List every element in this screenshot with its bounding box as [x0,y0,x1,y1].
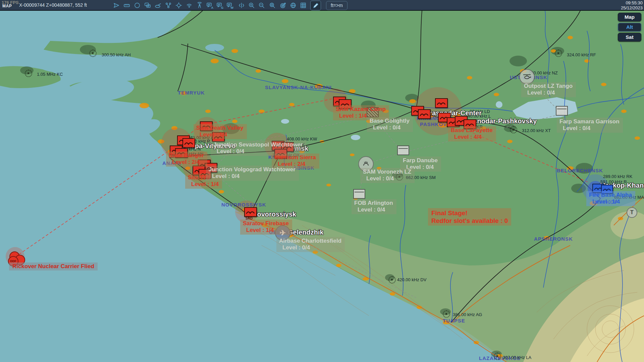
view-button-sat[interactable]: Sat [618,33,641,42]
red-ground-unit-icon[interactable] [182,138,195,148]
neutral-tmark-icon[interactable]: T [627,207,637,218]
base-level: Level : 0/4 [354,206,393,213]
base-label[interactable]: Farp Samara GarrisonLevel : 0/4 [557,118,623,133]
base-name: Airbase Charlottesfield [279,238,341,244]
radio-tower-icon[interactable] [196,1,204,9]
t-marker-glyph: T [627,207,637,218]
beacon-icon [388,276,396,284]
city-label: NOVOROSSIYSK [221,202,266,207]
beacon-frequency-label: 307.00 kHz LA [503,355,531,360]
airfield-label[interactable]: Krasnodar-Center [425,109,482,117]
base-name: Fire Base Alpha [589,192,632,198]
top-toolbar: 176 FPS MAP X-00009744 Z+00480887, 552 f… [0,0,644,11]
mission-date: 25/12/2023 [621,5,643,10]
base-level: Level : 1/4 [589,198,632,205]
network-icon[interactable] [164,1,172,9]
base-label[interactable]: Saratov FirebaseLevel : 1/4 [240,220,292,235]
map-canvas[interactable]: TEMRYUKSLAVYANSK-NA-KUBANIANAPAKRYMSKABI… [0,11,644,362]
mission-clock: 09:55:30 25/12/2023 [621,0,643,10]
base-name: Sam Death Valley [196,125,244,131]
beacon-icon [510,126,517,133]
base-label[interactable]: SAM Voronezh LZLevel : 0/4 [360,168,415,183]
red-ground-unit-icon[interactable] [435,98,448,108]
notice-line1: Final Stage! [431,209,468,217]
base-label[interactable]: Junction Volgograd WatchtowerLevel : 0/4 [206,166,299,181]
airfield-label[interactable]: Gelendzhik [288,229,324,236]
base-name: Farp Samara Garrison [559,118,620,125]
map-mode-label: MAP [2,4,12,8]
base-label[interactable]: Base BangorLevel : 2/4 [166,152,207,167]
base-name: Saratov Firebase [243,220,289,227]
grid-icon[interactable] [299,1,307,9]
unit-toggle-button[interactable]: ft=>m [326,1,347,10]
chat-channel-letter: W [231,6,234,9]
messages-icon[interactable] [144,1,152,9]
view-button-map[interactable]: Map [618,13,641,21]
beacon-frequency-label: 381.00 kHz AG [453,312,482,317]
base-label[interactable]: FOB ArlingtonLevel : 0/4 [352,199,396,214]
base-label[interactable]: Outpost LZ TangoLevel : 0/4 [521,82,576,97]
neutral-container-icon[interactable] [397,145,409,155]
ruler-icon[interactable] [123,1,131,9]
chat-channel-letter: G [221,6,223,9]
red-ground-unit-icon[interactable] [418,109,431,119]
neutral-container-icon[interactable] [556,106,568,116]
zoom-out-icon[interactable] [258,1,266,9]
base-level: Level : 4/4 [451,134,493,140]
beacon-icon [494,353,501,360]
base-level: Level : 0/4 [524,89,573,96]
signal-icon[interactable] [185,1,193,9]
base-level: Level : 0/4 [363,175,411,182]
chat-channel-letter: A [211,6,214,9]
base-name: Base Golightly [370,118,410,124]
base-level: Level : 2/4 [169,159,204,166]
beacon-frequency-label: 289.00 kHz RK [603,174,632,179]
base-label[interactable]: Junction Sevastopol WatchtowerLevel : 0/… [211,141,306,156]
zoom-in-icon[interactable] [248,1,256,9]
city-label: TUAPSE [443,318,465,323]
mission-time: 09:55:30 [621,0,643,5]
base-name: Junction Volgograd Watchtower [209,166,296,173]
beacon-icon [555,50,562,57]
base-level: Level : 0/4 [559,125,620,132]
base-level: Level : 1/4 [188,181,219,188]
view-button-alt[interactable]: Alt [618,23,641,32]
neutral-container-icon[interactable] [353,189,365,199]
base-level: Level : 1/4 [196,131,244,138]
base-label[interactable]: Base GolightlyLevel : 0/4 [367,117,413,132]
chat-icon[interactable]: W [226,1,234,9]
terrain-art [0,11,644,362]
notice-line2: Redfor slot's available : 0 [431,217,508,224]
city-label: TEMRYUK [178,90,205,96]
base-name: Farp Danube [403,157,438,164]
chat-icon[interactable]: A [206,1,214,9]
red-ground-unit-icon[interactable]: SRD [244,207,257,217]
base-name: SAM Voronezh LZ [363,169,411,175]
cursor-coordinates: X-00009744 Z+00480887, 552 ft [19,2,87,8]
base-label[interactable]: Base LaFayetteLevel : 4/4 [448,126,496,141]
cursor-icon[interactable] [112,1,120,9]
city-label: APSHERONSK [534,236,573,242]
carrier-label[interactable]: Rickover Nuclear Carrier Flied [9,262,98,270]
chat-icon[interactable]: G [216,1,224,9]
base-name: SAM Kazam Camp [336,106,386,112]
city-label: BELORECHENSK [557,168,603,173]
zoom-select-icon[interactable] [268,1,276,9]
split-icon[interactable] [237,1,246,9]
globe-icon[interactable] [289,1,297,9]
airfield-label[interactable]: Novorossiysk [252,210,296,218]
crosshair-icon[interactable] [175,1,183,9]
pencil-icon[interactable] [310,1,321,10]
base-level: Level : 0/4 [370,124,410,131]
tank-icon[interactable] [154,1,162,9]
circle-icon[interactable] [133,1,141,9]
base-label[interactable]: Sam Death ValleyLevel : 1/4 [194,124,247,139]
beacon-frequency-label: 324.00 kHz RF [567,52,596,57]
base-name: Outpost LZ Tango [524,83,573,89]
base-name: FOB Arlington [354,200,393,206]
base-label[interactable]: Fire Base AlphaLevel : 1/4 [586,191,635,206]
beacon-icon [443,310,450,318]
beacon-frequency-label: 312.00 kHz XT [522,128,551,133]
target-icon[interactable] [279,1,287,9]
base-label[interactable]: Airbase CharlottesfieldLevel : 0/4 [276,237,345,252]
